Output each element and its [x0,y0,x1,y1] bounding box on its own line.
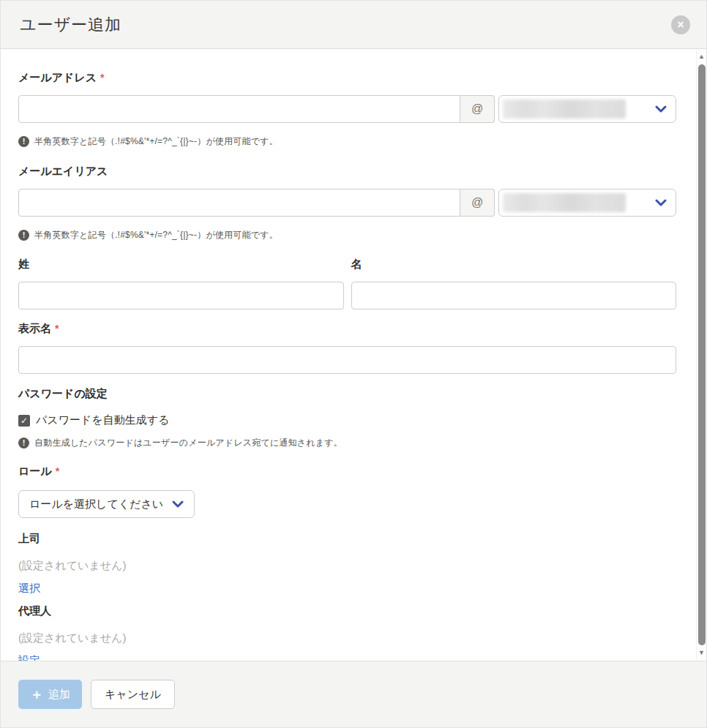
vertical-scrollbar[interactable]: ▲ ▼ [696,49,706,661]
at-symbol: @ [460,95,495,123]
alias-label: メールエイリアス [18,165,676,179]
cancel-button-label: キャンセル [105,688,161,700]
proxy-empty-text: (設定されていません) [18,631,676,645]
proxy-heading: 代理人 [18,604,676,618]
info-icon: ! [18,230,29,241]
last-name-input[interactable] [18,282,344,309]
first-name-label: 名 [351,258,677,271]
alias-input[interactable] [18,189,460,217]
dialog-footer: ＋ 追加 キャンセル [1,661,706,727]
first-name-input[interactable] [351,282,677,309]
proxy-set-link[interactable]: 設定 [18,654,40,661]
alias-input-group: @ [18,189,676,217]
alias-domain-select[interactable] [498,189,676,217]
email-hint: ! 半角英数字と記号（.!#$%&'*+/=?^_`{|}~-）が使用可能です。 [18,135,676,148]
scroll-up-icon[interactable]: ▲ [698,49,705,61]
plus-icon: ＋ [30,688,43,701]
email-hint-text: 半角英数字と記号（.!#$%&'*+/=?^_`{|}~-）が使用可能です。 [34,135,278,148]
info-icon: ! [18,136,29,147]
redacted-domain [503,193,626,212]
checkbox-checked-icon: ✓ [18,415,30,427]
add-button-label: 追加 [48,688,70,702]
last-name-label: 姓 [18,258,344,271]
first-name-field: 名 [351,258,677,309]
add-user-dialog: ユーザー追加 × メールアドレス* @ ! 半角英数字と記号（.!#$%&'*+… [0,0,707,728]
role-select-value: ロールを選択してください [29,498,163,511]
at-symbol: @ [460,189,495,217]
auto-generate-password-checkbox[interactable]: ✓ パスワードを自動生成する [18,413,676,427]
name-fields-row: 姓 名 [18,258,676,309]
close-button[interactable]: × [671,15,690,34]
checkbox-label: パスワードを自動生成する [36,413,169,427]
alias-hint-text: 半角英数字と記号（.!#$%&'*+/=?^_`{|}~-）が使用可能です。 [34,229,278,241]
display-name-input[interactable] [18,346,676,374]
chevron-down-icon [655,199,667,206]
supervisor-heading: 上司 [18,532,676,546]
password-note-text: 自動生成したパスワードはユーザーのメールアドレス宛てに通知されます。 [34,437,343,449]
required-asterisk: * [100,72,104,83]
dialog-title: ユーザー追加 [20,14,121,36]
password-settings-heading: パスワードの設定 [18,387,676,401]
dialog-body: メールアドレス* @ ! 半角英数字と記号（.!#$%&'*+/=?^_`{|}… [1,49,706,661]
display-name-label: 表示名* [18,322,676,336]
supervisor-select-link[interactable]: 選択 [18,582,40,596]
required-asterisk: * [56,465,59,477]
info-icon: ! [18,438,29,449]
scrollbar-thumb[interactable] [698,64,706,645]
email-input[interactable] [18,95,460,123]
add-button[interactable]: ＋ 追加 [18,680,82,709]
dialog-header: ユーザー追加 × [1,1,706,49]
chevron-down-icon [172,500,184,508]
scroll-down-icon[interactable]: ▼ [698,648,705,661]
email-input-group: @ [18,95,676,123]
form-area: メールアドレス* @ ! 半角英数字と記号（.!#$%&'*+/=?^_`{|}… [1,49,696,661]
role-label: ロール* [18,465,676,479]
chevron-down-icon [655,105,667,113]
close-icon: × [677,19,684,31]
supervisor-empty-text: (設定されていません) [18,559,676,573]
role-select[interactable]: ロールを選択してください [18,490,195,518]
email-domain-select[interactable] [498,95,676,123]
last-name-field: 姓 [18,258,344,309]
alias-hint: ! 半角英数字と記号（.!#$%&'*+/=?^_`{|}~-）が使用可能です。 [18,229,676,241]
email-label: メールアドレス* [18,71,676,85]
password-note: ! 自動生成したパスワードはユーザーのメールアドレス宛てに通知されます。 [18,437,676,449]
cancel-button[interactable]: キャンセル [91,680,175,709]
redacted-domain [503,100,626,119]
required-asterisk: * [55,323,59,334]
